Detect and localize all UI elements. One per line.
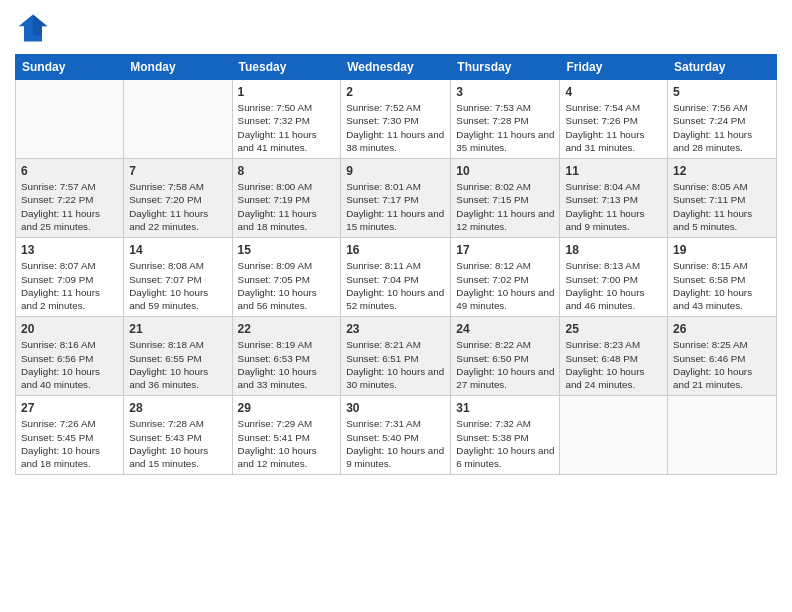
day-info: Sunrise: 8:12 AM Sunset: 7:02 PM Dayligh…	[456, 259, 554, 312]
day-info: Sunrise: 7:56 AM Sunset: 7:24 PM Dayligh…	[673, 101, 771, 154]
day-info: Sunrise: 7:28 AM Sunset: 5:43 PM Dayligh…	[129, 417, 226, 470]
day-info: Sunrise: 7:57 AM Sunset: 7:22 PM Dayligh…	[21, 180, 118, 233]
calendar-cell: 29Sunrise: 7:29 AM Sunset: 5:41 PM Dayli…	[232, 396, 341, 475]
calendar-week-1: 1Sunrise: 7:50 AM Sunset: 7:32 PM Daylig…	[16, 80, 777, 159]
day-number: 5	[673, 84, 771, 100]
day-info: Sunrise: 7:58 AM Sunset: 7:20 PM Dayligh…	[129, 180, 226, 233]
calendar-cell: 15Sunrise: 8:09 AM Sunset: 7:05 PM Dayli…	[232, 238, 341, 317]
day-number: 2	[346, 84, 445, 100]
calendar-cell: 19Sunrise: 8:15 AM Sunset: 6:58 PM Dayli…	[668, 238, 777, 317]
day-header-tuesday: Tuesday	[232, 55, 341, 80]
calendar-cell	[560, 396, 668, 475]
calendar-cell: 31Sunrise: 7:32 AM Sunset: 5:38 PM Dayli…	[451, 396, 560, 475]
day-info: Sunrise: 7:29 AM Sunset: 5:41 PM Dayligh…	[238, 417, 336, 470]
day-number: 20	[21, 321, 118, 337]
day-number: 27	[21, 400, 118, 416]
header	[15, 10, 777, 46]
day-info: Sunrise: 8:01 AM Sunset: 7:17 PM Dayligh…	[346, 180, 445, 233]
calendar-cell: 6Sunrise: 7:57 AM Sunset: 7:22 PM Daylig…	[16, 159, 124, 238]
calendar-cell: 12Sunrise: 8:05 AM Sunset: 7:11 PM Dayli…	[668, 159, 777, 238]
calendar-cell: 3Sunrise: 7:53 AM Sunset: 7:28 PM Daylig…	[451, 80, 560, 159]
day-number: 21	[129, 321, 226, 337]
day-info: Sunrise: 7:31 AM Sunset: 5:40 PM Dayligh…	[346, 417, 445, 470]
day-header-wednesday: Wednesday	[341, 55, 451, 80]
day-number: 10	[456, 163, 554, 179]
day-info: Sunrise: 7:54 AM Sunset: 7:26 PM Dayligh…	[565, 101, 662, 154]
calendar-cell	[668, 396, 777, 475]
day-number: 8	[238, 163, 336, 179]
day-info: Sunrise: 7:26 AM Sunset: 5:45 PM Dayligh…	[21, 417, 118, 470]
day-info: Sunrise: 8:25 AM Sunset: 6:46 PM Dayligh…	[673, 338, 771, 391]
calendar-cell: 14Sunrise: 8:08 AM Sunset: 7:07 PM Dayli…	[124, 238, 232, 317]
day-info: Sunrise: 8:02 AM Sunset: 7:15 PM Dayligh…	[456, 180, 554, 233]
day-info: Sunrise: 8:13 AM Sunset: 7:00 PM Dayligh…	[565, 259, 662, 312]
calendar-week-5: 27Sunrise: 7:26 AM Sunset: 5:45 PM Dayli…	[16, 396, 777, 475]
day-number: 28	[129, 400, 226, 416]
calendar-cell: 8Sunrise: 8:00 AM Sunset: 7:19 PM Daylig…	[232, 159, 341, 238]
day-number: 19	[673, 242, 771, 258]
calendar-cell: 5Sunrise: 7:56 AM Sunset: 7:24 PM Daylig…	[668, 80, 777, 159]
day-header-saturday: Saturday	[668, 55, 777, 80]
day-number: 1	[238, 84, 336, 100]
day-number: 6	[21, 163, 118, 179]
calendar-cell: 2Sunrise: 7:52 AM Sunset: 7:30 PM Daylig…	[341, 80, 451, 159]
day-number: 26	[673, 321, 771, 337]
day-info: Sunrise: 8:11 AM Sunset: 7:04 PM Dayligh…	[346, 259, 445, 312]
calendar-week-4: 20Sunrise: 8:16 AM Sunset: 6:56 PM Dayli…	[16, 317, 777, 396]
day-number: 23	[346, 321, 445, 337]
day-info: Sunrise: 8:09 AM Sunset: 7:05 PM Dayligh…	[238, 259, 336, 312]
day-number: 31	[456, 400, 554, 416]
day-number: 7	[129, 163, 226, 179]
day-info: Sunrise: 8:15 AM Sunset: 6:58 PM Dayligh…	[673, 259, 771, 312]
day-header-sunday: Sunday	[16, 55, 124, 80]
calendar-cell	[124, 80, 232, 159]
day-info: Sunrise: 8:19 AM Sunset: 6:53 PM Dayligh…	[238, 338, 336, 391]
day-info: Sunrise: 8:23 AM Sunset: 6:48 PM Dayligh…	[565, 338, 662, 391]
calendar-cell	[16, 80, 124, 159]
day-number: 18	[565, 242, 662, 258]
day-info: Sunrise: 8:00 AM Sunset: 7:19 PM Dayligh…	[238, 180, 336, 233]
day-number: 29	[238, 400, 336, 416]
calendar-cell: 24Sunrise: 8:22 AM Sunset: 6:50 PM Dayli…	[451, 317, 560, 396]
day-number: 12	[673, 163, 771, 179]
calendar-cell: 21Sunrise: 8:18 AM Sunset: 6:55 PM Dayli…	[124, 317, 232, 396]
day-number: 3	[456, 84, 554, 100]
day-info: Sunrise: 8:08 AM Sunset: 7:07 PM Dayligh…	[129, 259, 226, 312]
calendar-week-2: 6Sunrise: 7:57 AM Sunset: 7:22 PM Daylig…	[16, 159, 777, 238]
day-info: Sunrise: 7:32 AM Sunset: 5:38 PM Dayligh…	[456, 417, 554, 470]
svg-marker-1	[33, 15, 47, 36]
calendar-cell: 16Sunrise: 8:11 AM Sunset: 7:04 PM Dayli…	[341, 238, 451, 317]
calendar-cell: 25Sunrise: 8:23 AM Sunset: 6:48 PM Dayli…	[560, 317, 668, 396]
calendar-cell: 4Sunrise: 7:54 AM Sunset: 7:26 PM Daylig…	[560, 80, 668, 159]
day-info: Sunrise: 8:18 AM Sunset: 6:55 PM Dayligh…	[129, 338, 226, 391]
calendar-cell: 18Sunrise: 8:13 AM Sunset: 7:00 PM Dayli…	[560, 238, 668, 317]
day-number: 16	[346, 242, 445, 258]
day-info: Sunrise: 8:16 AM Sunset: 6:56 PM Dayligh…	[21, 338, 118, 391]
day-info: Sunrise: 8:05 AM Sunset: 7:11 PM Dayligh…	[673, 180, 771, 233]
day-info: Sunrise: 7:52 AM Sunset: 7:30 PM Dayligh…	[346, 101, 445, 154]
day-number: 9	[346, 163, 445, 179]
calendar-cell: 23Sunrise: 8:21 AM Sunset: 6:51 PM Dayli…	[341, 317, 451, 396]
day-number: 4	[565, 84, 662, 100]
day-info: Sunrise: 7:53 AM Sunset: 7:28 PM Dayligh…	[456, 101, 554, 154]
calendar-cell: 28Sunrise: 7:28 AM Sunset: 5:43 PM Dayli…	[124, 396, 232, 475]
calendar-week-3: 13Sunrise: 8:07 AM Sunset: 7:09 PM Dayli…	[16, 238, 777, 317]
calendar-cell: 1Sunrise: 7:50 AM Sunset: 7:32 PM Daylig…	[232, 80, 341, 159]
calendar-cell: 22Sunrise: 8:19 AM Sunset: 6:53 PM Dayli…	[232, 317, 341, 396]
day-info: Sunrise: 8:22 AM Sunset: 6:50 PM Dayligh…	[456, 338, 554, 391]
day-number: 25	[565, 321, 662, 337]
page: SundayMondayTuesdayWednesdayThursdayFrid…	[0, 0, 792, 612]
calendar-cell: 7Sunrise: 7:58 AM Sunset: 7:20 PM Daylig…	[124, 159, 232, 238]
day-info: Sunrise: 8:21 AM Sunset: 6:51 PM Dayligh…	[346, 338, 445, 391]
calendar-cell: 11Sunrise: 8:04 AM Sunset: 7:13 PM Dayli…	[560, 159, 668, 238]
day-info: Sunrise: 7:50 AM Sunset: 7:32 PM Dayligh…	[238, 101, 336, 154]
day-number: 14	[129, 242, 226, 258]
calendar-cell: 9Sunrise: 8:01 AM Sunset: 7:17 PM Daylig…	[341, 159, 451, 238]
calendar-cell: 13Sunrise: 8:07 AM Sunset: 7:09 PM Dayli…	[16, 238, 124, 317]
day-number: 22	[238, 321, 336, 337]
day-info: Sunrise: 8:04 AM Sunset: 7:13 PM Dayligh…	[565, 180, 662, 233]
calendar-cell: 10Sunrise: 8:02 AM Sunset: 7:15 PM Dayli…	[451, 159, 560, 238]
logo-icon	[15, 10, 51, 46]
day-header-thursday: Thursday	[451, 55, 560, 80]
day-number: 11	[565, 163, 662, 179]
